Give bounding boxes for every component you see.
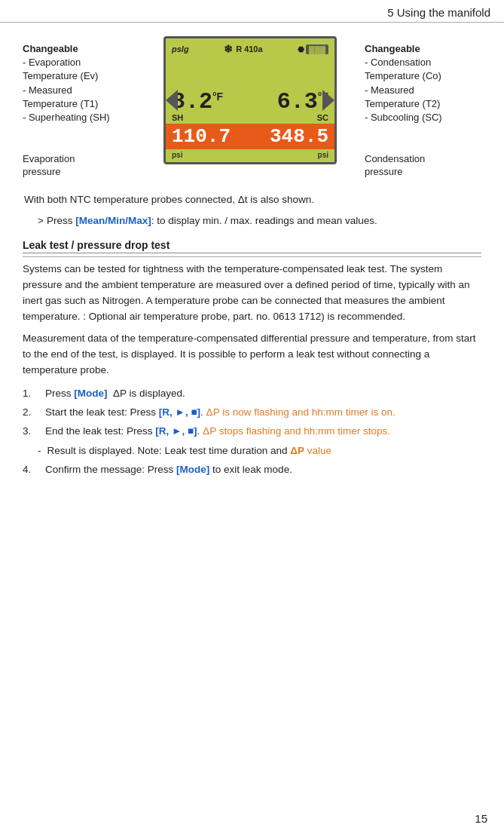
left-item-5: - Superheating (SH) bbox=[23, 111, 136, 124]
left-item-3: - Measured bbox=[23, 84, 136, 97]
step-1-num: 1. bbox=[23, 386, 39, 401]
lcd-sh-label: SH bbox=[172, 113, 183, 122]
step-4: 4. Confirm the message: Press [Mode] to … bbox=[23, 462, 481, 477]
battery-icon: ▓▓▓ bbox=[306, 44, 328, 54]
left-item-4: Temperature (T1) bbox=[23, 97, 136, 111]
step-2-highlight: [R, ►, ■] bbox=[159, 406, 200, 418]
right-changeable-items: - Condensation Temperature (Co) - Measur… bbox=[365, 56, 481, 124]
step-3-orange: ΔP stops flashing and hh:mm timer stops. bbox=[203, 425, 390, 437]
left-changeable-title: Changeable bbox=[23, 42, 136, 56]
ntc-text: With both NTC temperature probes connect… bbox=[23, 192, 481, 207]
step-2-orange: ΔP is now flashing and hh:mm timer is on… bbox=[206, 406, 396, 418]
step-dash-highlight: ΔP bbox=[290, 445, 304, 456]
step-1-highlight: [Mode] bbox=[74, 388, 107, 399]
step-dash-orange: value bbox=[304, 445, 331, 456]
bt-icon: ⬣ bbox=[298, 45, 304, 54]
evap-pressure-label: Evaporation pressure bbox=[23, 153, 136, 179]
left-changeable-items: - Evaporation Temperature (Ev) - Measure… bbox=[23, 56, 136, 124]
press-highlight: [Mean/Min/Max] bbox=[75, 215, 151, 226]
lcd-wrapper: pslg ❄ R 410a ⬣ ▓▓▓ 8.2 bbox=[163, 36, 337, 164]
step-4-content: Confirm the message: Press [Mode] to exi… bbox=[45, 462, 292, 477]
left-item-2: Temperature (Ev) bbox=[23, 69, 136, 83]
steps-list: 1. Press [Mode] ΔP is displayed. 2. Star… bbox=[23, 386, 481, 477]
left-labels: Changeable - Evaporation Temperature (Ev… bbox=[23, 36, 136, 179]
lcd-pressure-row: 110.7 348.5 bbox=[166, 124, 334, 149]
lcd-unit-left: psi bbox=[172, 151, 182, 159]
press-text-block: Press [Mean/Min/Max]: to display min. / … bbox=[47, 213, 377, 228]
lcd-label-row: SH SC bbox=[172, 113, 328, 122]
leak-test-body2: Measurement data of the temperature-comp… bbox=[23, 331, 481, 379]
step-1-content: Press [Mode] ΔP is displayed. bbox=[45, 386, 185, 401]
diagram-section: Changeable - Evaporation Temperature (Ev… bbox=[23, 36, 481, 179]
right-item-5: - Subcooling (SC) bbox=[365, 111, 481, 124]
snowflake-icon: ❄ bbox=[224, 43, 233, 55]
lcd-corner-left-arrow bbox=[166, 90, 178, 111]
lcd-pressure-left: 110.7 bbox=[172, 125, 231, 148]
page-header: 5 Using the manifold bbox=[0, 0, 504, 23]
lcd-top-row: pslg ❄ R 410a ⬣ ▓▓▓ bbox=[172, 43, 328, 55]
lcd-bottom-row: psi psi bbox=[172, 151, 328, 159]
lcd-corner-right-arrow bbox=[322, 90, 334, 111]
section-divider bbox=[23, 256, 481, 257]
step-3-num: 3. bbox=[23, 424, 39, 439]
lcd-temp-left-unit: °F bbox=[212, 90, 223, 103]
step-4-highlight: [Mode] bbox=[176, 464, 209, 475]
step-dash-num: - bbox=[23, 443, 41, 458]
lcd-status-icons: ⬣ ▓▓▓ bbox=[298, 44, 328, 54]
lcd-temp-right: 6.3 bbox=[277, 90, 318, 113]
step-3-highlight: [R, ►, ■] bbox=[155, 425, 197, 437]
lcd-refrigerant: R 410a bbox=[236, 44, 262, 54]
right-item-3: - Measured bbox=[365, 84, 481, 97]
lcd-mid-row: 8.2 °F 6.3 °F bbox=[172, 57, 328, 113]
main-content: Changeable - Evaporation Temperature (Ev… bbox=[0, 23, 504, 495]
step-dash-content: Result is displayed. Note: Leak test tim… bbox=[47, 443, 331, 458]
right-item-1: - Condensation bbox=[365, 56, 481, 69]
lcd-temp-right-group: 6.3 °F bbox=[277, 90, 328, 113]
lcd-pslg-label: pslg bbox=[172, 44, 189, 54]
step-3: 3. End the leak test: Press [R, ►, ■]. Δ… bbox=[23, 424, 481, 439]
step-2-content: Start the leak test: Press [R, ►, ■]. ΔP… bbox=[45, 405, 396, 420]
lcd-center-info: ❄ R 410a bbox=[224, 43, 262, 55]
right-item-4: Temperature (T2) bbox=[365, 97, 481, 111]
gt-symbol: > bbox=[38, 213, 44, 228]
step-dash: - Result is displayed. Note: Leak test t… bbox=[23, 443, 481, 458]
leak-test-body1: Systems can be tested for tightness with… bbox=[23, 262, 481, 325]
page-number: 15 bbox=[475, 812, 487, 825]
press-line: > Press [Mean/Min/Max]: to display min. … bbox=[38, 213, 481, 228]
step-4-num: 4. bbox=[23, 462, 39, 477]
press-plain-before: Press bbox=[47, 215, 75, 226]
leak-test-title: Leak test / pressure drop test bbox=[23, 239, 481, 253]
left-item-1: - Evaporation bbox=[23, 56, 136, 69]
right-changeable-title: Changeable bbox=[365, 42, 481, 56]
lcd-unit-right: psi bbox=[318, 151, 328, 159]
right-item-2: Temperature (Co) bbox=[365, 69, 481, 83]
lcd-pressure-right: 348.5 bbox=[270, 125, 328, 148]
header-title: 5 Using the manifold bbox=[387, 6, 490, 19]
lcd-temp-left: 8.2 bbox=[172, 90, 212, 113]
right-labels: Changeable - Condensation Temperature (C… bbox=[365, 36, 481, 179]
step-1: 1. Press [Mode] ΔP is displayed. bbox=[23, 386, 481, 401]
diagram-center: pslg ❄ R 410a ⬣ ▓▓▓ 8.2 bbox=[136, 36, 365, 164]
lcd-sc-label: SC bbox=[317, 113, 328, 122]
step-2: 2. Start the leak test: Press [R, ►, ■].… bbox=[23, 405, 481, 420]
press-plain-rest: : to display min. / max. readings and me… bbox=[151, 215, 377, 226]
step-3-content: End the leak test: Press [R, ►, ■]. ΔP s… bbox=[45, 424, 390, 439]
step-2-num: 2. bbox=[23, 405, 39, 420]
lcd-display: pslg ❄ R 410a ⬣ ▓▓▓ 8.2 bbox=[163, 36, 337, 164]
lcd-temp-left-group: 8.2 °F bbox=[172, 90, 223, 113]
cond-pressure-label: Condensation pressure bbox=[365, 153, 481, 179]
